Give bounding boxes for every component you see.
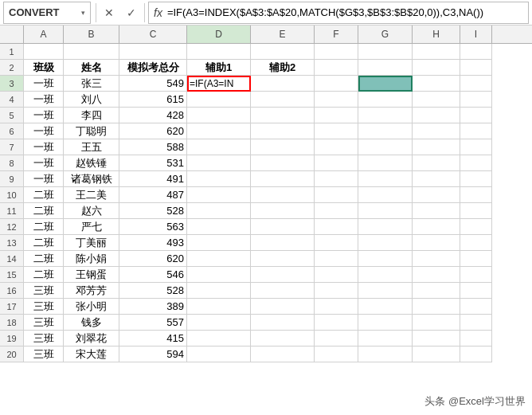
- cell-G15[interactable]: [358, 267, 413, 283]
- cell-A8[interactable]: 一班: [24, 155, 64, 171]
- row-header-7[interactable]: 7: [0, 139, 24, 155]
- cell-C3[interactable]: 549: [119, 76, 187, 92]
- row-header-14[interactable]: 14: [0, 251, 24, 267]
- cell-E12[interactable]: [251, 219, 315, 235]
- cell-C11[interactable]: 528: [119, 203, 187, 219]
- cell-E6[interactable]: [251, 123, 315, 139]
- cell-H9[interactable]: [413, 171, 460, 187]
- cell-F2[interactable]: [315, 60, 358, 76]
- cell-D4[interactable]: [187, 92, 251, 108]
- cell-C6[interactable]: 620: [119, 123, 187, 139]
- cell-I8[interactable]: [460, 155, 492, 171]
- cell-A6[interactable]: 一班: [24, 123, 64, 139]
- cell-B14[interactable]: 陈小娟: [64, 251, 119, 267]
- row-header-12[interactable]: 12: [0, 219, 24, 235]
- row-header-8[interactable]: 8: [0, 155, 24, 171]
- cell-E2[interactable]: 辅助2: [251, 60, 315, 76]
- cell-D18[interactable]: [187, 315, 251, 331]
- cell-B2[interactable]: 姓名: [64, 60, 119, 76]
- cell-B10[interactable]: 王二美: [64, 187, 119, 203]
- cell-C2[interactable]: 模拟考总分: [119, 60, 187, 76]
- cell-C12[interactable]: 563: [119, 219, 187, 235]
- cell-G10[interactable]: [358, 187, 413, 203]
- cell-A14[interactable]: 二班: [24, 251, 64, 267]
- cell-G16[interactable]: [358, 283, 413, 299]
- cell-A13[interactable]: 二班: [24, 235, 64, 251]
- cell-C18[interactable]: 557: [119, 315, 187, 331]
- cell-H8[interactable]: [413, 155, 460, 171]
- cell-E3[interactable]: [251, 76, 315, 92]
- cell-G6[interactable]: [358, 123, 413, 139]
- cell-H17[interactable]: [413, 299, 460, 315]
- row-header-5[interactable]: 5: [0, 108, 24, 123]
- cell-E10[interactable]: [251, 187, 315, 203]
- cell-A2[interactable]: 班级: [24, 60, 64, 76]
- cell-D14[interactable]: [187, 251, 251, 267]
- cell-I5[interactable]: [460, 108, 492, 123]
- cell-G3[interactable]: [358, 76, 413, 92]
- cell-F5[interactable]: [315, 108, 358, 123]
- cell-H20[interactable]: [413, 346, 460, 362]
- cell-C17[interactable]: 389: [119, 299, 187, 315]
- cell-I4[interactable]: [460, 92, 492, 108]
- cell-H6[interactable]: [413, 123, 460, 139]
- cell-B5[interactable]: 李四: [64, 108, 119, 123]
- cell-G1[interactable]: [358, 44, 413, 60]
- cell-E16[interactable]: [251, 283, 315, 299]
- col-header-E[interactable]: E: [251, 25, 315, 43]
- cell-D19[interactable]: [187, 331, 251, 346]
- cell-I19[interactable]: [460, 331, 492, 346]
- cell-E9[interactable]: [251, 171, 315, 187]
- cell-G2[interactable]: [358, 60, 413, 76]
- cell-D1[interactable]: [187, 44, 251, 60]
- formula-bar[interactable]: fx =IF(A3=INDEX($A$3:$A$20,MATCH($G$3,$B…: [148, 2, 529, 24]
- cell-A18[interactable]: 三班: [24, 315, 64, 331]
- cell-F20[interactable]: [315, 346, 358, 362]
- cell-E8[interactable]: [251, 155, 315, 171]
- row-header-11[interactable]: 11: [0, 203, 24, 219]
- cell-A4[interactable]: 一班: [24, 92, 64, 108]
- cell-B1[interactable]: [64, 44, 119, 60]
- cell-I11[interactable]: [460, 203, 492, 219]
- cell-E19[interactable]: [251, 331, 315, 346]
- cell-D20[interactable]: [187, 346, 251, 362]
- cell-B17[interactable]: 张小明: [64, 299, 119, 315]
- row-header-13[interactable]: 13: [0, 235, 24, 251]
- cell-C9[interactable]: 491: [119, 171, 187, 187]
- cell-D2[interactable]: 辅助1: [187, 60, 251, 76]
- cell-I14[interactable]: [460, 251, 492, 267]
- cell-D10[interactable]: [187, 187, 251, 203]
- cell-I10[interactable]: [460, 187, 492, 203]
- cell-A11[interactable]: 二班: [24, 203, 64, 219]
- row-header-9[interactable]: 9: [0, 171, 24, 187]
- cell-F1[interactable]: [315, 44, 358, 60]
- cell-F4[interactable]: [315, 92, 358, 108]
- cell-C8[interactable]: 531: [119, 155, 187, 171]
- cell-D8[interactable]: [187, 155, 251, 171]
- cell-F16[interactable]: [315, 283, 358, 299]
- cell-C14[interactable]: 620: [119, 251, 187, 267]
- cell-E14[interactable]: [251, 251, 315, 267]
- confirm-button[interactable]: ✓: [120, 2, 143, 24]
- cell-C13[interactable]: 493: [119, 235, 187, 251]
- cell-F17[interactable]: [315, 299, 358, 315]
- cell-A20[interactable]: 三班: [24, 346, 64, 362]
- row-header-19[interactable]: 19: [0, 331, 24, 346]
- cell-D12[interactable]: [187, 219, 251, 235]
- cell-G11[interactable]: [358, 203, 413, 219]
- row-header-20[interactable]: 20: [0, 346, 24, 362]
- cell-A12[interactable]: 二班: [24, 219, 64, 235]
- cell-H11[interactable]: [413, 203, 460, 219]
- cell-F7[interactable]: [315, 139, 358, 155]
- row-header-1[interactable]: 1: [0, 44, 24, 60]
- cell-H16[interactable]: [413, 283, 460, 299]
- cell-I13[interactable]: [460, 235, 492, 251]
- row-header-2[interactable]: 2: [0, 60, 24, 76]
- cell-C7[interactable]: 588: [119, 139, 187, 155]
- cell-B19[interactable]: 刘翠花: [64, 331, 119, 346]
- cell-A7[interactable]: 一班: [24, 139, 64, 155]
- cell-B4[interactable]: 刘八: [64, 92, 119, 108]
- cell-G9[interactable]: [358, 171, 413, 187]
- cell-H2[interactable]: [413, 60, 460, 76]
- cell-H12[interactable]: [413, 219, 460, 235]
